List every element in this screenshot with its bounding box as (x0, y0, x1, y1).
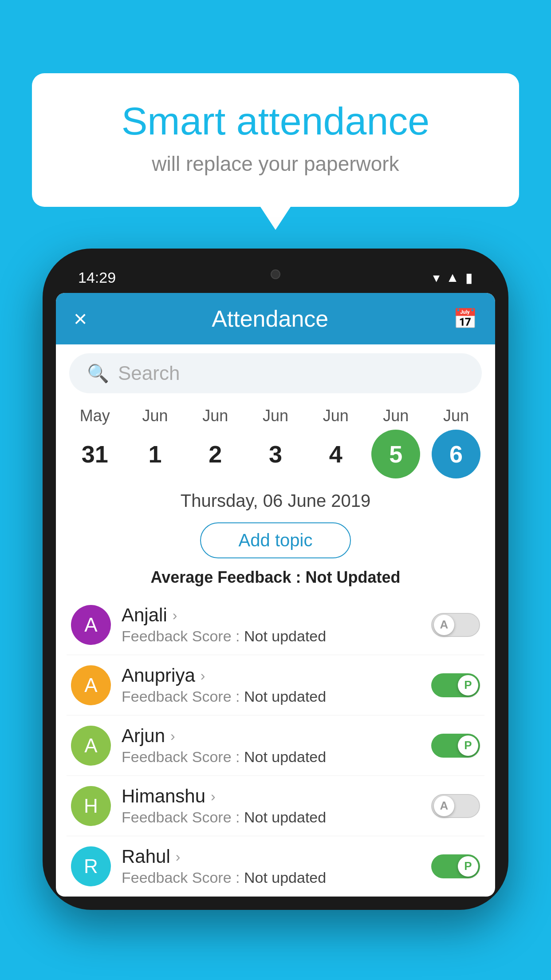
chevron-right-icon: › (201, 668, 205, 684)
toggle-switch[interactable]: P (431, 734, 480, 758)
camera-dot (271, 269, 280, 279)
chevron-right-icon: › (173, 607, 177, 624)
signal-icon: ▲ (446, 270, 459, 285)
student-name[interactable]: Himanshu › (122, 786, 421, 807)
wifi-icon: ▾ (433, 270, 440, 285)
phone-wrapper: 14:29 ▾ ▲ ▮ × Attendance 📅 🔍 Search (43, 249, 508, 910)
phone-top-bar: 14:29 ▾ ▲ ▮ (56, 262, 495, 293)
cal-month-label: Jun (383, 407, 409, 425)
student-feedback: Feedback Score : Not updated (122, 688, 421, 705)
speech-bubble: Smart attendance will replace your paper… (32, 73, 519, 207)
chevron-right-icon: › (176, 849, 181, 865)
toggle-knob: A (434, 615, 454, 635)
student-name[interactable]: Anjali › (122, 605, 421, 626)
calendar-icon[interactable]: 📅 (453, 307, 477, 330)
student-feedback: Feedback Score : Not updated (122, 748, 421, 766)
avg-feedback-label: Average Feedback : (151, 568, 301, 586)
student-avatar: A (71, 665, 111, 705)
avg-feedback-value: Not Updated (305, 568, 400, 586)
app-title: Attendance (212, 305, 328, 332)
cal-date-number: 3 (251, 430, 300, 478)
attendance-toggle[interactable]: P (431, 673, 480, 697)
status-time: 14:29 (78, 269, 116, 286)
student-info: Arjun ›Feedback Score : Not updated (122, 725, 421, 766)
cal-month-label: May (80, 407, 110, 425)
calendar-day[interactable]: Jun2 (186, 407, 244, 478)
student-avatar: H (71, 786, 111, 826)
student-item: RRahul ›Feedback Score : Not updatedP (67, 836, 484, 897)
student-feedback: Feedback Score : Not updated (122, 869, 421, 886)
calendar-day[interactable]: Jun3 (247, 407, 304, 478)
feedback-value: Not updated (244, 628, 326, 644)
feedback-value: Not updated (244, 748, 326, 765)
phone-notch (236, 262, 315, 286)
student-info: Rahul ›Feedback Score : Not updated (122, 846, 421, 886)
toggle-knob: P (458, 735, 478, 756)
feedback-value: Not updated (244, 869, 326, 886)
cal-month-label: Jun (202, 407, 228, 425)
phone-frame: 14:29 ▾ ▲ ▮ × Attendance 📅 🔍 Search (43, 249, 508, 910)
bubble-subtitle: will replace your paperwork (67, 152, 484, 176)
toggle-switch[interactable]: A (431, 794, 480, 818)
status-icons: ▾ ▲ ▮ (433, 270, 473, 285)
feedback-value: Not updated (244, 809, 326, 826)
cal-date-number: 1 (131, 430, 180, 478)
student-name[interactable]: Arjun › (122, 725, 421, 747)
student-name[interactable]: Anupriya › (122, 665, 421, 686)
student-avatar: A (71, 605, 111, 645)
calendar-day[interactable]: Jun4 (307, 407, 365, 478)
phone-screen: × Attendance 📅 🔍 Search May31Jun1Jun2Jun… (56, 293, 495, 897)
cal-date-number: 5 (371, 430, 420, 478)
search-bar[interactable]: 🔍 Search (69, 353, 482, 393)
student-name[interactable]: Rahul › (122, 846, 421, 867)
cal-date-number: 31 (71, 430, 119, 478)
student-info: Anjali ›Feedback Score : Not updated (122, 605, 421, 645)
toggle-knob: A (434, 796, 454, 816)
toggle-knob: P (458, 856, 478, 877)
calendar-day[interactable]: Jun1 (126, 407, 184, 478)
calendar-day[interactable]: Jun5 (367, 407, 425, 478)
search-placeholder: Search (118, 362, 180, 384)
toggle-switch[interactable]: P (431, 854, 480, 878)
student-avatar: A (71, 726, 111, 766)
student-feedback: Feedback Score : Not updated (122, 809, 421, 826)
student-info: Himanshu ›Feedback Score : Not updated (122, 786, 421, 826)
student-item: HHimanshu ›Feedback Score : Not updatedA (67, 776, 484, 836)
selected-date: Thursday, 06 June 2019 (56, 478, 495, 515)
bubble-title: Smart attendance (67, 100, 484, 143)
app-header: × Attendance 📅 (56, 293, 495, 344)
student-feedback: Feedback Score : Not updated (122, 628, 421, 645)
cal-month-label: Jun (263, 407, 288, 425)
chevron-right-icon: › (211, 788, 216, 805)
toggle-switch[interactable]: P (431, 673, 480, 697)
cal-date-number: 4 (311, 430, 360, 478)
attendance-toggle[interactable]: A (431, 794, 480, 818)
cal-date-number: 2 (191, 430, 240, 478)
attendance-toggle[interactable]: A (431, 613, 480, 637)
student-item: AArjun ›Feedback Score : Not updatedP (67, 715, 484, 776)
chevron-right-icon: › (170, 728, 175, 744)
cal-month-label: Jun (443, 407, 469, 425)
cal-date-number: 6 (432, 430, 480, 478)
cal-month-label: Jun (142, 407, 168, 425)
attendance-toggle[interactable]: P (431, 734, 480, 758)
calendar-day[interactable]: Jun6 (427, 407, 485, 478)
feedback-value: Not updated (244, 688, 326, 705)
search-icon: 🔍 (87, 363, 109, 384)
avg-feedback: Average Feedback : Not Updated (56, 565, 495, 595)
toggle-knob: P (458, 675, 478, 695)
calendar-row: May31Jun1Jun2Jun3Jun4Jun5Jun6 (56, 402, 495, 478)
attendance-toggle[interactable]: P (431, 854, 480, 878)
student-info: Anupriya ›Feedback Score : Not updated (122, 665, 421, 705)
calendar-day[interactable]: May31 (66, 407, 124, 478)
student-avatar: R (71, 846, 111, 886)
student-item: AAnupriya ›Feedback Score : Not updatedP (67, 655, 484, 715)
student-item: AAnjali ›Feedback Score : Not updatedA (67, 595, 484, 655)
toggle-switch[interactable]: A (431, 613, 480, 637)
student-list: AAnjali ›Feedback Score : Not updatedAAA… (56, 595, 495, 897)
close-button[interactable]: × (74, 305, 87, 332)
battery-icon: ▮ (465, 270, 473, 285)
add-topic-button[interactable]: Add topic (200, 522, 351, 558)
cal-month-label: Jun (323, 407, 349, 425)
